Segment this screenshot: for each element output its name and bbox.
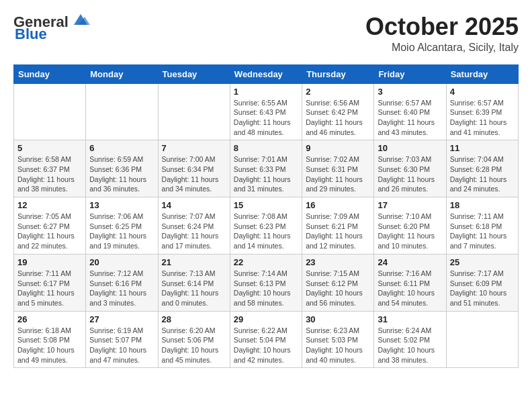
calendar-day-cell: 5Sunrise: 6:58 AM Sunset: 6:37 PM Daylig…: [14, 140, 86, 197]
day-info: Sunrise: 6:59 AM Sunset: 6:36 PM Dayligh…: [89, 154, 154, 194]
day-info: Sunrise: 6:56 AM Sunset: 6:42 PM Dayligh…: [306, 98, 370, 138]
calendar-day-cell: 14Sunrise: 7:07 AM Sunset: 6:24 PM Dayli…: [158, 197, 230, 255]
day-info: Sunrise: 6:57 AM Sunset: 6:39 PM Dayligh…: [450, 98, 515, 138]
calendar-day-cell: 20Sunrise: 7:12 AM Sunset: 6:16 PM Dayli…: [86, 254, 158, 311]
day-number: 4: [450, 87, 515, 97]
day-number: 3: [378, 87, 442, 97]
calendar-day-cell: 4Sunrise: 6:57 AM Sunset: 6:39 PM Daylig…: [446, 83, 518, 140]
calendar-day-cell: 1Sunrise: 6:55 AM Sunset: 6:43 PM Daylig…: [230, 83, 302, 140]
day-number: 15: [234, 200, 298, 210]
day-info: Sunrise: 7:17 AM Sunset: 6:09 PM Dayligh…: [450, 269, 515, 308]
calendar-day-cell: 21Sunrise: 7:13 AM Sunset: 6:14 PM Dayli…: [158, 254, 230, 311]
calendar-day-cell: 3Sunrise: 6:57 AM Sunset: 6:40 PM Daylig…: [374, 83, 446, 140]
day-info: Sunrise: 7:06 AM Sunset: 6:25 PM Dayligh…: [89, 212, 154, 251]
weekday-header-saturday: Saturday: [446, 64, 518, 83]
calendar-week-row: 26Sunrise: 6:18 AM Sunset: 5:08 PM Dayli…: [14, 311, 519, 368]
day-number: 6: [89, 143, 154, 153]
day-number: 9: [306, 143, 370, 153]
day-info: Sunrise: 6:57 AM Sunset: 6:40 PM Dayligh…: [378, 98, 442, 138]
day-info: Sunrise: 7:11 AM Sunset: 6:17 PM Dayligh…: [17, 269, 82, 308]
day-number: 2: [306, 87, 370, 97]
calendar-day-cell: 27Sunrise: 6:19 AM Sunset: 5:07 PM Dayli…: [86, 311, 158, 368]
day-info: Sunrise: 6:23 AM Sunset: 5:03 PM Dayligh…: [306, 326, 370, 365]
day-info: Sunrise: 7:11 AM Sunset: 6:18 PM Dayligh…: [450, 212, 515, 251]
calendar-day-cell: 25Sunrise: 7:17 AM Sunset: 6:09 PM Dayli…: [446, 254, 518, 311]
calendar-day-cell: 16Sunrise: 7:09 AM Sunset: 6:21 PM Dayli…: [302, 197, 374, 255]
calendar-week-row: 5Sunrise: 6:58 AM Sunset: 6:37 PM Daylig…: [14, 140, 519, 197]
day-info: Sunrise: 7:01 AM Sunset: 6:33 PM Dayligh…: [234, 154, 298, 194]
day-number: 27: [89, 314, 154, 324]
day-number: 21: [162, 257, 226, 267]
calendar-day-cell: 31Sunrise: 6:24 AM Sunset: 5:02 PM Dayli…: [374, 311, 446, 368]
calendar-week-row: 12Sunrise: 7:05 AM Sunset: 6:27 PM Dayli…: [14, 197, 519, 255]
day-info: Sunrise: 6:19 AM Sunset: 5:07 PM Dayligh…: [89, 326, 154, 365]
day-info: Sunrise: 7:16 AM Sunset: 6:11 PM Dayligh…: [378, 269, 442, 308]
day-info: Sunrise: 7:02 AM Sunset: 6:31 PM Dayligh…: [306, 154, 370, 194]
location-subtitle: Moio Alcantara, Sicily, Italy: [365, 42, 519, 54]
day-info: Sunrise: 7:13 AM Sunset: 6:14 PM Dayligh…: [162, 269, 226, 308]
day-info: Sunrise: 7:03 AM Sunset: 6:30 PM Dayligh…: [378, 154, 442, 194]
logo-blue: Blue: [15, 26, 47, 43]
day-info: Sunrise: 7:12 AM Sunset: 6:16 PM Dayligh…: [89, 269, 154, 308]
calendar-day-cell: 7Sunrise: 7:00 AM Sunset: 6:34 PM Daylig…: [158, 140, 230, 197]
day-info: Sunrise: 7:05 AM Sunset: 6:27 PM Dayligh…: [17, 212, 82, 251]
calendar-day-cell: 29Sunrise: 6:22 AM Sunset: 5:04 PM Dayli…: [230, 311, 302, 368]
calendar-day-cell: 9Sunrise: 7:02 AM Sunset: 6:31 PM Daylig…: [302, 140, 374, 197]
weekday-header-row: SundayMondayTuesdayWednesdayThursdayFrid…: [14, 64, 519, 83]
calendar-day-cell: 30Sunrise: 6:23 AM Sunset: 5:03 PM Dayli…: [302, 311, 374, 368]
day-number: 17: [378, 200, 442, 210]
day-number: 31: [378, 314, 442, 324]
calendar-table: SundayMondayTuesdayWednesdayThursdayFrid…: [13, 64, 519, 369]
day-info: Sunrise: 7:09 AM Sunset: 6:21 PM Dayligh…: [306, 212, 370, 251]
day-number: 25: [450, 257, 515, 267]
calendar-day-cell: 17Sunrise: 7:10 AM Sunset: 6:20 PM Dayli…: [374, 197, 446, 255]
day-number: 28: [162, 314, 226, 324]
day-info: Sunrise: 6:22 AM Sunset: 5:04 PM Dayligh…: [234, 326, 298, 365]
day-number: 30: [306, 314, 370, 324]
day-number: 20: [89, 257, 154, 267]
day-number: 8: [234, 143, 298, 153]
day-info: Sunrise: 6:55 AM Sunset: 6:43 PM Dayligh…: [234, 98, 298, 138]
day-number: 1: [234, 87, 298, 97]
weekday-header-wednesday: Wednesday: [230, 64, 302, 83]
calendar-day-cell: 22Sunrise: 7:14 AM Sunset: 6:13 PM Dayli…: [230, 254, 302, 311]
day-number: 24: [378, 257, 442, 267]
calendar-day-cell: 13Sunrise: 7:06 AM Sunset: 6:25 PM Dayli…: [86, 197, 158, 255]
calendar-empty-cell: [158, 83, 230, 140]
calendar-week-row: 19Sunrise: 7:11 AM Sunset: 6:17 PM Dayli…: [14, 254, 519, 311]
weekday-header-tuesday: Tuesday: [158, 64, 230, 83]
calendar-day-cell: 23Sunrise: 7:15 AM Sunset: 6:12 PM Dayli…: [302, 254, 374, 311]
day-number: 18: [450, 200, 515, 210]
day-info: Sunrise: 6:58 AM Sunset: 6:37 PM Dayligh…: [17, 154, 82, 194]
day-info: Sunrise: 6:20 AM Sunset: 5:06 PM Dayligh…: [162, 326, 226, 365]
day-number: 13: [89, 200, 154, 210]
day-info: Sunrise: 7:10 AM Sunset: 6:20 PM Dayligh…: [378, 212, 442, 251]
day-info: Sunrise: 7:15 AM Sunset: 6:12 PM Dayligh…: [306, 269, 370, 308]
calendar-empty-cell: [14, 83, 86, 140]
weekday-header-monday: Monday: [86, 64, 158, 83]
calendar-day-cell: 8Sunrise: 7:01 AM Sunset: 6:33 PM Daylig…: [230, 140, 302, 197]
weekday-header-sunday: Sunday: [14, 64, 86, 83]
calendar-empty-cell: [86, 83, 158, 140]
day-number: 22: [234, 257, 298, 267]
day-number: 7: [162, 143, 226, 153]
day-number: 16: [306, 200, 370, 210]
calendar-day-cell: 12Sunrise: 7:05 AM Sunset: 6:27 PM Dayli…: [14, 197, 86, 255]
day-number: 11: [450, 143, 515, 153]
weekday-header-friday: Friday: [374, 64, 446, 83]
calendar-day-cell: 28Sunrise: 6:20 AM Sunset: 5:06 PM Dayli…: [158, 311, 230, 368]
logo-icon: [71, 13, 90, 26]
day-info: Sunrise: 7:00 AM Sunset: 6:34 PM Dayligh…: [162, 154, 226, 194]
day-number: 26: [17, 314, 82, 324]
day-info: Sunrise: 7:07 AM Sunset: 6:24 PM Dayligh…: [162, 212, 226, 251]
day-number: 10: [378, 143, 442, 153]
day-number: 5: [17, 143, 82, 153]
calendar-day-cell: 18Sunrise: 7:11 AM Sunset: 6:18 PM Dayli…: [446, 197, 518, 255]
month-title: October 2025: [365, 13, 519, 40]
day-number: 14: [162, 200, 226, 210]
day-info: Sunrise: 7:14 AM Sunset: 6:13 PM Dayligh…: [234, 269, 298, 308]
day-number: 23: [306, 257, 370, 267]
title-block: October 2025 Moio Alcantara, Sicily, Ita…: [365, 13, 519, 54]
calendar-day-cell: 2Sunrise: 6:56 AM Sunset: 6:42 PM Daylig…: [302, 83, 374, 140]
page-header: General Blue October 2025 Moio Alcantara…: [13, 13, 519, 54]
